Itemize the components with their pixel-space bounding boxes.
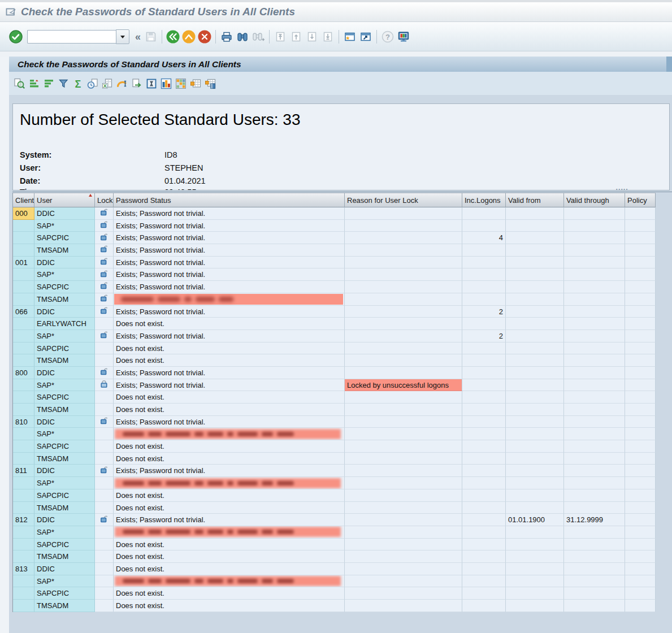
- cell-user[interactable]: SAP*: [34, 268, 95, 281]
- cell-inc-logons[interactable]: [462, 354, 506, 367]
- cell-status[interactable]: Does not exist.: [114, 391, 345, 404]
- cell-client[interactable]: [13, 477, 34, 489]
- cell-lock[interactable]: [95, 600, 114, 612]
- cell-valid-through[interactable]: [564, 354, 625, 367]
- cell-status[interactable]: [114, 428, 345, 440]
- cell-reason[interactable]: [345, 268, 462, 281]
- cell-inc-logons[interactable]: [462, 489, 506, 502]
- cell-status[interactable]: [114, 293, 345, 306]
- cell-valid-through[interactable]: [564, 379, 625, 392]
- cell-valid-through[interactable]: [564, 539, 625, 551]
- cell-client[interactable]: 000: [13, 207, 34, 220]
- print-icon[interactable]: [219, 29, 235, 45]
- cell-inc-logons[interactable]: [462, 440, 506, 453]
- cell-user[interactable]: SAP*: [34, 575, 95, 588]
- sort-descending-icon[interactable]: [41, 76, 55, 90]
- find-next-icon[interactable]: [250, 29, 266, 45]
- cell-valid-through[interactable]: [564, 575, 625, 588]
- cell-valid-from[interactable]: [506, 268, 564, 281]
- cell-status[interactable]: Does not exist.: [114, 404, 345, 416]
- cell-status[interactable]: Exists; Password not trivial.: [114, 514, 345, 526]
- cell-inc-logons[interactable]: [462, 587, 506, 600]
- cell-user[interactable]: DDIC: [34, 514, 95, 526]
- cell-lock[interactable]: [95, 281, 114, 293]
- enter-icon[interactable]: [8, 29, 24, 45]
- cell-policy[interactable]: [625, 489, 656, 502]
- cell-status[interactable]: Exists; Password not trivial.: [114, 268, 345, 281]
- cell-inc-logons[interactable]: [462, 465, 506, 477]
- cell-valid-from[interactable]: 01.01.1900: [506, 514, 564, 526]
- cell-valid-from[interactable]: [506, 453, 564, 465]
- cell-lock[interactable]: [95, 244, 114, 257]
- cell-inc-logons[interactable]: [462, 416, 506, 428]
- cell-valid-from[interactable]: [506, 539, 564, 551]
- cell-reason[interactable]: Locked by unsuccessful logons: [345, 379, 462, 392]
- total-icon[interactable]: Σ: [71, 76, 85, 90]
- cell-valid-through[interactable]: [564, 207, 625, 220]
- cell-reason[interactable]: [345, 354, 462, 367]
- column-header-client[interactable]: Client: [13, 193, 34, 207]
- graphic-icon[interactable]: [159, 76, 173, 90]
- cell-valid-through[interactable]: [564, 367, 625, 379]
- save-layout-icon[interactable]: [203, 76, 217, 90]
- cell-valid-from[interactable]: [506, 428, 564, 440]
- cell-status[interactable]: Exists; Password not trivial.: [114, 416, 345, 428]
- cell-lock[interactable]: [95, 354, 114, 367]
- cell-status[interactable]: Exists; Password not trivial.: [114, 244, 345, 257]
- cell-client[interactable]: 812: [13, 514, 34, 526]
- cell-valid-from[interactable]: [506, 600, 564, 612]
- cell-reason[interactable]: [345, 257, 462, 269]
- cell-user[interactable]: SAPCPIC: [34, 342, 95, 355]
- cell-inc-logons[interactable]: [462, 293, 506, 306]
- cell-status[interactable]: Does not exist.: [114, 539, 345, 551]
- cell-policy[interactable]: [625, 232, 656, 244]
- cell-policy[interactable]: [625, 502, 656, 514]
- cell-user[interactable]: DDIC: [34, 367, 95, 379]
- cell-policy[interactable]: [625, 367, 656, 379]
- cell-lock[interactable]: [95, 330, 114, 342]
- cell-status[interactable]: Exists; Password not trivial.: [114, 281, 345, 293]
- cell-lock[interactable]: [95, 367, 114, 379]
- cell-lock[interactable]: [95, 440, 114, 453]
- cell-valid-through[interactable]: [564, 600, 625, 612]
- local-file-icon[interactable]: [129, 76, 144, 90]
- column-header-reason-for-user-lock[interactable]: Reason for User Lock: [345, 193, 462, 207]
- cell-lock[interactable]: [95, 232, 114, 244]
- cell-user[interactable]: SAP*: [34, 330, 95, 342]
- cell-valid-through[interactable]: [564, 440, 625, 453]
- cell-valid-through[interactable]: [564, 563, 625, 575]
- cell-client[interactable]: [13, 220, 34, 232]
- cancel-icon[interactable]: [197, 29, 213, 45]
- cell-status[interactable]: Does not exist.: [114, 318, 345, 330]
- cell-user[interactable]: DDIC: [34, 563, 95, 575]
- cell-valid-from[interactable]: [506, 563, 564, 575]
- cell-lock[interactable]: [95, 539, 114, 551]
- cell-valid-through[interactable]: [564, 318, 625, 330]
- cell-inc-logons[interactable]: [462, 281, 506, 293]
- cell-valid-through[interactable]: [564, 306, 625, 318]
- cell-inc-logons[interactable]: [462, 600, 506, 612]
- cell-client[interactable]: 001: [13, 257, 34, 269]
- command-field-dropdown[interactable]: [116, 29, 129, 44]
- cell-inc-logons[interactable]: [462, 268, 506, 281]
- cell-user[interactable]: TMSADM: [34, 244, 95, 257]
- cell-valid-through[interactable]: [564, 453, 625, 465]
- cell-user[interactable]: DDIC: [34, 465, 95, 477]
- cell-reason[interactable]: [345, 306, 462, 318]
- column-header-valid-from[interactable]: Valid from: [506, 193, 564, 207]
- cell-valid-from[interactable]: [506, 342, 564, 355]
- cell-lock[interactable]: [95, 379, 114, 392]
- cell-client[interactable]: [13, 550, 34, 563]
- cell-policy[interactable]: [625, 379, 656, 392]
- cell-policy[interactable]: [625, 318, 656, 330]
- cell-lock[interactable]: [95, 563, 114, 575]
- cell-client[interactable]: [13, 268, 34, 281]
- cell-lock[interactable]: [95, 575, 114, 588]
- cell-valid-through[interactable]: [564, 428, 625, 440]
- cell-user[interactable]: SAPCPIC: [34, 281, 95, 293]
- cell-status[interactable]: Exists; Password not trivial.: [114, 367, 345, 379]
- cell-status[interactable]: [114, 477, 345, 489]
- cell-policy[interactable]: [625, 465, 656, 477]
- cell-policy[interactable]: [625, 207, 656, 220]
- sort-ascending-icon[interactable]: [27, 76, 41, 90]
